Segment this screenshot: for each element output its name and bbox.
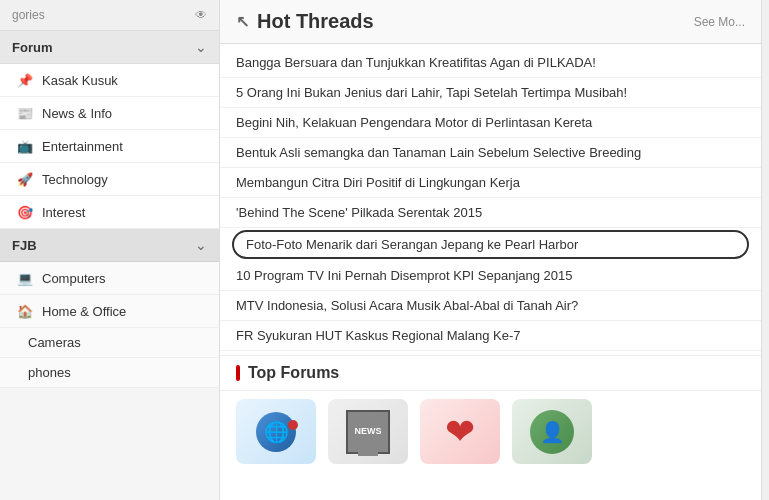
target-icon: 🎯 [16,203,34,221]
thread-text: Membangun Citra Diri Positif di Lingkung… [236,175,520,190]
hot-threads-title: Hot Threads [257,10,374,33]
thread-item[interactable]: Membangun Citra Diri Positif di Lingkung… [220,168,761,198]
thread-item[interactable]: 5 Orang Ini Bukan Jenius dari Lahir, Tap… [220,78,761,108]
thread-text: 'Behind The Scene' Pilkada Serentak 2015 [236,205,482,220]
thread-item[interactable]: 'Behind The Scene' Pilkada Serentak 2015 [220,198,761,228]
kasak-kusuk-label: Kasak Kusuk [42,73,118,88]
thread-text: Foto-Foto Menarik dari Serangan Jepang k… [246,237,578,252]
news-icon: NEWS [346,410,390,454]
top-forums-title: Top Forums [248,364,339,382]
news-info-label: News & Info [42,106,112,121]
right-scrollbar[interactable] [761,0,769,500]
tv-icon: 📺 [16,137,34,155]
sidebar-item-kasak-kusuk[interactable]: 📌 Kasak Kusuk [0,64,219,97]
sidebar-item-cameras[interactable]: Cameras [0,328,219,358]
fjb-chevron-icon: ⌄ [195,237,207,253]
globe-icon: 🌐 [256,412,296,452]
top-forums-header: Top Forums [220,356,761,391]
thread-text: 10 Program TV Ini Pernah Disemprot KPI S… [236,268,573,283]
forum-card-globe[interactable]: 🌐 [236,399,316,464]
sidebar-item-entertainment[interactable]: 📺 Entertainment [0,130,219,163]
section-divider [236,365,240,381]
eye-icon[interactable]: 👁 [195,8,207,22]
forum-card-news[interactable]: NEWS [328,399,408,464]
thread-text: 5 Orang Ini Bukan Jenius dari Lahir, Tap… [236,85,627,100]
fjb-section-title: FJB [12,238,37,253]
thread-text: Begini Nih, Kelakuan Pengendara Motor di… [236,115,592,130]
thread-item[interactable]: 10 Program TV Ini Pernah Disemprot KPI S… [220,261,761,291]
thread-item[interactable]: Begini Nih, Kelakuan Pengendara Motor di… [220,108,761,138]
cursor-icon: ↖ [236,12,249,31]
interest-label: Interest [42,205,85,220]
sidebar-top-bar: gories 👁 [0,0,219,31]
computers-label: Computers [42,271,106,286]
profile-icon: 👤 [530,410,574,454]
thread-item[interactable]: MTV Indonesia, Solusi Acara Musik Abal-A… [220,291,761,321]
home-icon: 🏠 [16,302,34,320]
rocket-icon: 🚀 [16,170,34,188]
sidebar-item-phones[interactable]: phones [0,358,219,388]
forum-section-title: Forum [12,40,52,55]
phones-label: phones [28,365,71,380]
thread-item[interactable]: Bangga Bersuara dan Tunjukkan Kreatifita… [220,48,761,78]
sidebar-item-computers[interactable]: 💻 Computers [0,262,219,295]
heart-icon: ❤ [445,411,475,453]
fjb-section-header[interactable]: FJB ⌄ [0,229,219,262]
thread-text: Bangga Bersuara dan Tunjukkan Kreatifita… [236,55,596,70]
computer-icon: 💻 [16,269,34,287]
thread-text: Bentuk Asli semangka dan Tanaman Lain Se… [236,145,641,160]
forum-card-heart[interactable]: ❤ [420,399,500,464]
sidebar-item-technology[interactable]: 🚀 Technology [0,163,219,196]
thread-item[interactable]: Bentuk Asli semangka dan Tanaman Lain Se… [220,138,761,168]
forum-card-profile[interactable]: 👤 [512,399,592,464]
sidebar-item-interest[interactable]: 🎯 Interest [0,196,219,229]
sidebar-item-home-office[interactable]: 🏠 Home & Office [0,295,219,328]
forum-section-header[interactable]: Forum ⌄ [0,31,219,64]
entertainment-label: Entertainment [42,139,123,154]
pin-icon: 📌 [16,71,34,89]
thread-text: FR Syukuran HUT Kaskus Regional Malang K… [236,328,520,343]
home-office-label: Home & Office [42,304,126,319]
thread-item-highlighted[interactable]: Foto-Foto Menarik dari Serangan Jepang k… [232,230,749,259]
see-more-link[interactable]: See Mo... [694,15,745,29]
sidebar: gories 👁 Forum ⌄ 📌 Kasak Kusuk 📰 News & … [0,0,220,500]
cameras-label: Cameras [28,335,81,350]
technology-label: Technology [42,172,108,187]
thread-text: MTV Indonesia, Solusi Acara Musik Abal-A… [236,298,578,313]
hot-threads-header: ↖ Hot Threads See Mo... [220,0,761,44]
forum-chevron-icon: ⌄ [195,39,207,55]
hot-threads-title-container: ↖ Hot Threads [236,10,374,33]
thread-item[interactable]: FR Syukuran HUT Kaskus Regional Malang K… [220,321,761,351]
threads-list: Bangga Bersuara dan Tunjukkan Kreatifita… [220,44,761,356]
newspaper-icon: 📰 [16,104,34,122]
sidebar-item-news-info[interactable]: 📰 News & Info [0,97,219,130]
categories-text: gories [12,8,45,22]
main-content: ↖ Hot Threads See Mo... Bangga Bersuara … [220,0,761,500]
top-forums-content: 🌐 NEWS ❤ 👤 [220,391,761,472]
